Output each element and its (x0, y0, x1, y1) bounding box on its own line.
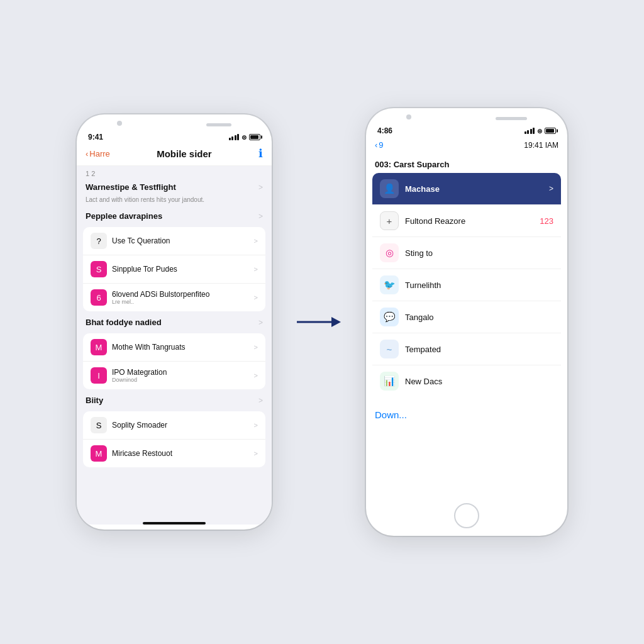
camera-dot (117, 121, 122, 126)
list-item-4-1[interactable]: M Miricase Restouot > (83, 440, 265, 467)
right-list-item-6[interactable]: 📊 New Dacs (372, 365, 561, 397)
phone-right: 4:86 ⊜ ‹ 9 19:41 IAM 0 (366, 108, 567, 536)
item-icon-2-1: S (91, 261, 107, 277)
list-item-2-0[interactable]: ? Use Tc Queration > (83, 227, 265, 255)
list-item-4-0[interactable]: S Soplity Smoader > (83, 411, 265, 440)
section-chevron-1: > (258, 183, 263, 192)
list-item-3-1[interactable]: I IPO Mategration Downinod > (83, 362, 265, 389)
nav-title-left: Mobile sider (157, 148, 212, 159)
nav-action-left[interactable]: ℹ (258, 147, 263, 160)
nav-back-left[interactable]: ‹ Harre (86, 149, 110, 158)
direction-arrow (297, 313, 341, 331)
signal-icon (229, 134, 240, 140)
wifi-icon-right: ⊜ (537, 128, 542, 135)
right-list-item-2[interactable]: ◎ Sting to (372, 237, 561, 269)
status-icons-left: ⊜ (229, 134, 261, 141)
svg-marker-1 (331, 317, 341, 327)
list-item-2-1[interactable]: S Sinpplue Tor Pudes > (83, 255, 265, 284)
right-section-header: 003: Carst Suparch (366, 155, 567, 173)
item-chevron-3-1: > (254, 372, 258, 379)
right-list-item-0[interactable]: 👤 Machase > (372, 173, 561, 205)
nav-back-right[interactable]: ‹ 9 (375, 140, 384, 150)
right-item-icon-0: 👤 (380, 179, 399, 198)
item-chevron-2-1: > (254, 265, 258, 273)
top-sensors (77, 114, 272, 126)
back-chevron-icon: ‹ (86, 149, 88, 158)
section-group-4: S Soplity Smoader > M Miricase Restouot … (83, 411, 265, 467)
item-chevron-4-1: > (254, 450, 258, 457)
list-item-2-2[interactable]: 6 6lovend ADSi Bulstorpenfiteo Lre mel..… (83, 284, 265, 311)
item-chevron-3-0: > (254, 343, 258, 351)
signal-icon-right (525, 128, 535, 134)
wifi-icon: ⊜ (242, 134, 247, 141)
home-button-right[interactable] (454, 503, 479, 528)
item-chevron-4-0: > (254, 421, 258, 429)
section-chevron-3: > (258, 318, 263, 327)
section-group-2: ? Use Tc Queration > S Sinpplue Tor Pude… (83, 227, 265, 311)
battery-icon (249, 134, 260, 140)
right-item-chevron-0: > (549, 184, 553, 193)
battery-icon-right (545, 128, 556, 134)
right-item-icon-5: ~ (380, 340, 399, 358)
right-item-icon-6: 📊 (380, 372, 399, 391)
right-list-item-4[interactable]: 💬 Tangalo (372, 301, 561, 333)
list-item-3-0[interactable]: M Mothe With Tangruats > (83, 333, 265, 362)
status-bar-right: 4:86 ⊜ (366, 120, 567, 138)
right-list-item-5[interactable]: ~ Tempated (372, 333, 561, 365)
top-sensors-right (366, 108, 567, 120)
item-icon-3-1: I (91, 367, 107, 384)
item-icon-4-1: M (91, 445, 107, 462)
item-icon-4-0: S (91, 417, 107, 433)
section-chevron-2: > (258, 212, 263, 221)
phone-left: 9:41 ⊜ ‹ Harre Mobile sider ℹ (77, 114, 272, 530)
right-item-icon-2: ◎ (380, 243, 399, 262)
home-indicator-left (143, 522, 206, 525)
nav-time-right: 19:41 IAM (524, 141, 558, 150)
section-row-2[interactable]: Pepplee davrapines > (77, 208, 272, 225)
scene: 9:41 ⊜ ‹ Harre Mobile sider ℹ (20, 108, 624, 536)
right-item-icon-3: 🐦 (380, 275, 399, 294)
bottom-link[interactable]: Down... (366, 402, 567, 428)
status-bar-left: 9:41 ⊜ (77, 126, 272, 144)
status-time-right: 4:86 (377, 126, 392, 135)
section-chevron-4: > (258, 396, 263, 405)
camera-dot-right (406, 114, 411, 119)
right-item-icon-4: 💬 (380, 308, 399, 326)
section-group-3: M Mothe With Tangruats > I IPO Mategrati… (83, 333, 265, 389)
item-chevron-2-0: > (254, 237, 258, 245)
right-list-item-3[interactable]: 🐦 Turnelihth (372, 269, 561, 301)
arrow-container (297, 313, 341, 331)
item-icon-2-0: ? (91, 233, 107, 249)
nav-bar-left: ‹ Harre Mobile sider ℹ (77, 144, 272, 166)
phone-content-left: 1 2 Warnestipe & Testflight > Lact and w… (77, 166, 272, 525)
speaker-left (206, 123, 231, 126)
section-row-1[interactable]: Warnestipe & Testflight > (77, 179, 272, 196)
section-row-4[interactable]: Biity > (77, 392, 272, 409)
item-icon-3-0: M (91, 339, 107, 355)
section-row-3[interactable]: Bhat foddye nadied > (77, 314, 272, 331)
right-list: 👤 Machase > + Fultond Reazore 123 ◎ Stin… (372, 173, 561, 397)
item-chevron-2-2: > (254, 294, 258, 301)
right-list-item-1[interactable]: + Fultond Reazore 123 (372, 205, 561, 237)
right-item-icon-1: + (380, 211, 399, 230)
item-icon-2-2: 6 (91, 289, 107, 306)
speaker-right (496, 117, 527, 120)
nav-bar-right: ‹ 9 19:41 IAM (366, 138, 567, 155)
status-time-left: 9:41 (88, 133, 103, 142)
status-icons-right: ⊜ (525, 128, 557, 135)
breadcrumb-left: 1 2 (77, 166, 272, 179)
back-chevron-icon-right: ‹ (375, 140, 377, 150)
